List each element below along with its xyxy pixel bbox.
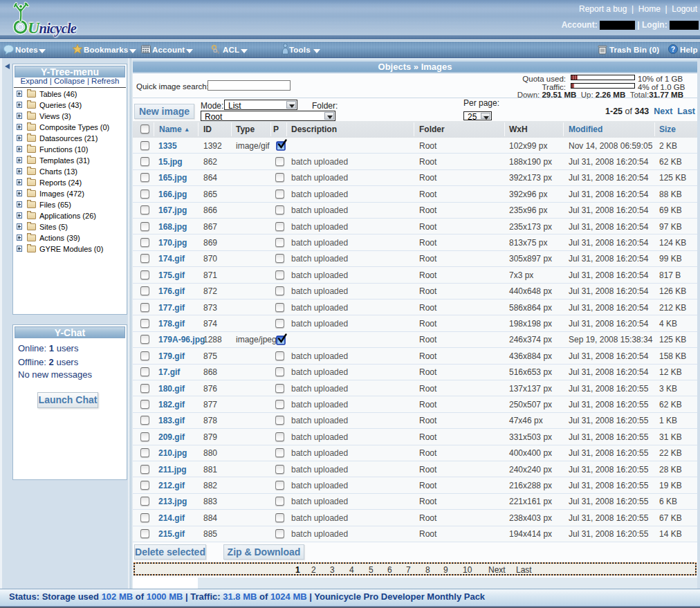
svg-text:?: ?: [671, 46, 675, 53]
